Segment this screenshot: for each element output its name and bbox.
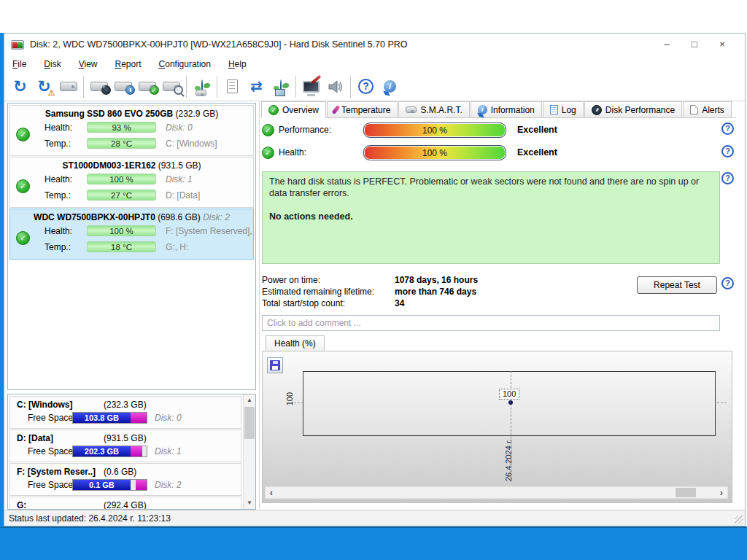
disk-details-button[interactable]: [56, 74, 80, 98]
free-space-bar: 0.1 GB: [72, 479, 147, 491]
partition-name: G:: [17, 500, 26, 510]
thermometer-icon: [332, 105, 341, 114]
menu-view[interactable]: View: [79, 59, 98, 69]
performance-rating: Excellent: [517, 125, 557, 135]
status-help-icon[interactable]: ?: [721, 172, 734, 184]
tab-temperature[interactable]: Temperature: [327, 101, 398, 117]
performance-bar: 100 %: [363, 122, 506, 138]
tab-alerts[interactable]: Alerts: [683, 101, 732, 117]
partition-row-f[interactable]: F: [System Reser..](0.6 GB) Free Space 0…: [9, 463, 241, 496]
health-label: Health:: [44, 226, 87, 236]
temp-label: Temp.:: [44, 190, 87, 201]
partition-scrollbar[interactable]: ▲ ▼: [243, 394, 255, 509]
report-document-icon: [227, 79, 238, 93]
lifetime-row: Estimated remaining lifetime:more than 7…: [262, 286, 478, 298]
toolbar: ? i: [4, 72, 745, 101]
disk-name: ST1000DM003-1ER162: [62, 160, 155, 171]
tab-overview[interactable]: Overview: [261, 101, 326, 118]
tab-log[interactable]: Log: [543, 101, 584, 117]
disk-gauge-icon: [90, 82, 108, 91]
free-space-label: Free Space: [28, 480, 73, 490]
health-row: Health: 100 % Excellent: [262, 144, 557, 160]
resize-grip[interactable]: [735, 516, 743, 524]
refresh-button[interactable]: [8, 74, 32, 98]
temp-bar: 18 °C: [87, 241, 156, 252]
monitor-pen-icon: [303, 81, 320, 93]
performance-ok-icon: [262, 124, 274, 136]
scroll-left-arrow[interactable]: ‹: [266, 487, 277, 498]
scroll-right-arrow[interactable]: ›: [716, 487, 727, 498]
partition-list: C: [Windows](232.3 GB) Free Space 103.8 …: [7, 394, 256, 510]
chart-x-tick-date: 26.4.2024 r.: [504, 439, 513, 481]
network-disks-button[interactable]: [190, 74, 214, 98]
speaker-icon: [327, 78, 344, 96]
scroll-down-arrow[interactable]: ▼: [244, 497, 255, 509]
partition-row-d[interactable]: D: [Data](931.5 GB) Free Space 202.3 GB …: [9, 429, 241, 462]
menu-help[interactable]: Help: [228, 59, 247, 69]
health-bar: 100 %: [87, 174, 156, 184]
tab-smart[interactable]: S.M.A.R.T.: [398, 101, 469, 117]
performance-help-icon[interactable]: ?: [721, 122, 734, 135]
tab-information[interactable]: iInformation: [471, 101, 542, 117]
sounds-button[interactable]: [323, 74, 347, 98]
report-button[interactable]: [220, 74, 244, 98]
repeat-test-help-icon[interactable]: ?: [721, 277, 734, 289]
menu-file[interactable]: File: [12, 59, 26, 69]
info-balloon-icon: i: [478, 105, 487, 114]
health-label: Health:: [44, 174, 87, 184]
disk-partitions: F: [System Reserved],: [166, 226, 252, 236]
help-button[interactable]: ?: [354, 74, 378, 98]
health-label: Health:: [44, 122, 87, 133]
partition-size: (292.4 GB): [104, 500, 147, 510]
disk-partitions: C: [Windows]: [166, 139, 217, 149]
menu-disk[interactable]: Disk: [44, 59, 61, 69]
desktop-display-button[interactable]: [299, 74, 323, 98]
comment-input[interactable]: [262, 315, 720, 331]
disk-scheduled-test-button[interactable]: [111, 74, 135, 98]
globe-monitor-icon: [280, 80, 282, 93]
chart-tab-health[interactable]: Health (%): [266, 335, 325, 351]
partition-row-g[interactable]: G:(292.4 GB): [9, 497, 241, 510]
window-title: Disk: 2, WDC WD7500BPKX-00HPJT0 [WD-WX21…: [30, 39, 647, 50]
app-icon: [11, 40, 24, 50]
partition-name: D: [Data]: [17, 433, 53, 443]
disk-surface-search-button[interactable]: [159, 74, 183, 98]
disk-ok-test-button[interactable]: [135, 74, 159, 98]
information-button[interactable]: i: [378, 74, 402, 98]
menu-configuration[interactable]: Configuration: [159, 59, 211, 69]
disk-entry-1[interactable]: ST1000DM003-1ER162 (931.5 GB) Health: 10…: [9, 157, 254, 208]
save-chart-button[interactable]: [267, 357, 283, 373]
disk-status-ok-icon: [16, 128, 30, 141]
disk-entry-0[interactable]: Samsung SSD 860 EVO 250GB (232.9 GB) Hea…: [9, 105, 254, 156]
scroll-up-arrow[interactable]: ▲: [244, 394, 255, 406]
disk-number: Disk: 1: [155, 446, 182, 456]
send-report-button[interactable]: [244, 74, 268, 98]
disk-number: Disk: 0: [155, 413, 182, 423]
power-on-value: 1078 days, 16 hours: [395, 275, 478, 285]
disk-partitions: D: [Data]: [166, 190, 200, 201]
repeat-test-button[interactable]: Repeat Test: [637, 276, 717, 294]
scroll-thumb[interactable]: [244, 407, 255, 439]
info-balloon-icon: i: [384, 80, 396, 93]
remote-monitoring-button[interactable]: [268, 74, 293, 98]
minimize-button[interactable]: –: [653, 35, 681, 54]
chart-horizontal-scrollbar[interactable]: ‹ ›: [265, 486, 728, 499]
menu-report[interactable]: Report: [115, 59, 142, 69]
health-bar: 93 %: [87, 122, 156, 133]
disk-entry-2-selected[interactable]: WDC WD7500BPKX-00HPJT0 (698.6 GB) Disk: …: [9, 209, 254, 260]
scroll-thumb[interactable]: [676, 488, 696, 497]
reanalyse-disk-button[interactable]: [32, 74, 56, 98]
health-help-icon[interactable]: ?: [721, 145, 734, 158]
toolbar-separator: [295, 76, 296, 98]
screen: Disk: 2, WDC WD7500BPKX-00HPJT0 [WD-WX21…: [0, 0, 747, 560]
gauge-icon: [592, 105, 602, 115]
status-bar: Status last updated: 26.4.2024 r. 11:23:…: [4, 510, 745, 526]
partition-name: C: [Windows]: [17, 400, 73, 410]
partition-row-c[interactable]: C: [Windows](232.3 GB) Free Space 103.8 …: [9, 396, 241, 429]
close-button[interactable]: ×: [708, 35, 736, 54]
disk-performance-test-button[interactable]: [87, 74, 111, 98]
tab-disk-performance[interactable]: Disk Performance: [584, 101, 682, 117]
disk-number: Disk: 1: [166, 174, 193, 184]
hard-disk-icon: [60, 82, 77, 91]
maximize-button[interactable]: □: [681, 35, 708, 54]
